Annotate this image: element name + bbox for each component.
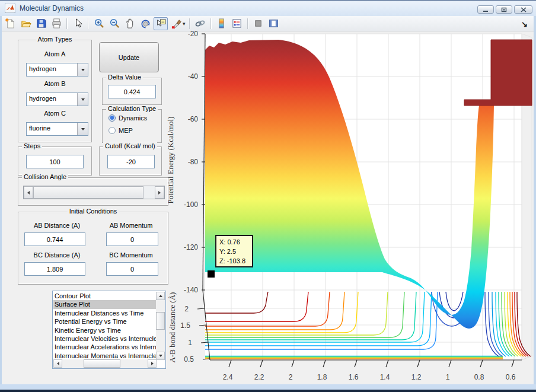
svg-text:1: 1 [446,373,450,381]
cutoff-input[interactable]: -20 [107,155,155,168]
plot-type-listbox[interactable]: Contour PlotSurface PlotInternuclear Dis… [52,291,166,369]
atom-c-select[interactable]: fluorine [26,122,88,136]
delta-value-input[interactable]: 0.424 [108,85,156,98]
vscroll-thumb[interactable] [156,312,165,330]
collision-angle-slider[interactable] [23,186,165,199]
slider-thumb[interactable] [33,186,143,199]
scroll-left-arrow[interactable] [53,359,62,368]
atom-c-label: Atom C [18,110,91,117]
collision-angle-panel: Collision Angle [18,177,168,206]
svg-text:1.5: 1.5 [180,321,190,330]
svg-text:1.6: 1.6 [349,373,359,381]
plot-list-item[interactable]: Potential Energy vs Time [53,317,157,326]
datatip-z: Z: -103.8 [219,256,252,266]
svg-text:2.4: 2.4 [223,373,233,381]
slider-right-arrow[interactable] [155,186,164,199]
svg-text:1.2: 1.2 [411,373,422,381]
panel-title: Delta Value [106,74,143,81]
mep-radio[interactable] [109,127,116,134]
plot-list-item[interactable]: Kinetic Energy vs Time [53,326,157,334]
datatip-marker[interactable] [208,270,215,278]
bc-distance-label: BC Distance (A) [24,251,90,259]
ab-momentum-input[interactable]: 0 [106,232,158,246]
slider-left-arrow[interactable] [24,186,33,199]
svg-text:-20: -20 [188,30,199,38]
bc-distance-input[interactable]: 1.809 [24,262,85,276]
panel-title: Calculation Type [106,105,158,112]
plot-list-item[interactable]: Surface Plot [53,300,157,308]
plot-list-item[interactable]: Contour Plot [53,292,157,300]
chevron-down-icon[interactable] [77,93,88,106]
atom-b-label: Atom B [18,80,91,87]
ab-distance-label: AB Distance (A) [24,222,90,229]
svg-text:-60: -60 [188,115,199,123]
atom-types-panel: Atom Types Atom A hydrogen Atom B hydrog… [18,40,92,142]
svg-text:0.8: 0.8 [474,373,484,381]
svg-text:2.2: 2.2 [254,373,264,381]
steps-panel: Steps 100 [18,146,92,176]
chevron-down-icon[interactable] [77,63,88,76]
window-bottom-border [0,384,536,390]
dynamics-label: Dynamics [119,114,147,122]
plot-list-item[interactable]: Internuclear Velocities vs Internuclear … [53,334,157,343]
initial-conditions-panel: Initial Conditions AB Distance (A) AB Mo… [18,212,168,285]
delta-value-panel: Delta Value 0.424 [102,78,162,105]
svg-text:-120: -120 [184,243,198,251]
slider-track[interactable] [143,186,155,199]
datatip[interactable]: X: 0.76 Y: 2.5 Z: -103.8 [215,235,253,267]
bc-momentum-label: BC Momentum [101,251,161,259]
bc-momentum-input[interactable]: 0 [106,262,158,276]
update-button[interactable]: Update [99,42,159,72]
app-window: Molecular Dynamics ▾ ↘ -20-40-60-80-100-… [0,0,536,392]
listbox-hscrollbar[interactable] [53,359,157,368]
plot-list-item[interactable]: Internuclear Momenta vs Internuclear Dis… [53,352,157,360]
svg-text:2: 2 [289,373,293,381]
steps-input[interactable]: 100 [26,155,84,168]
panel-title: Collision Angle [22,173,68,180]
window-left-border [0,16,2,384]
datatip-y: Y: 2.5 [219,247,252,256]
cutoff-panel: Cutoff (Kcal/ mol) -20 [99,146,162,176]
svg-text:2: 2 [184,305,189,313]
svg-text:-40: -40 [188,72,199,81]
svg-text:-100: -100 [184,200,198,209]
scroll-down-arrow[interactable] [156,352,165,360]
svg-text:1: 1 [188,339,192,347]
plot-list-item[interactable]: Internuclear Distances vs Time [53,309,157,317]
panel-title: Cutoff (Kcal/ mol) [103,142,157,149]
svg-text:0.6: 0.6 [506,373,516,381]
ab-momentum-label: AB Momentum [101,222,161,229]
ab-distance-input[interactable]: 0.744 [24,232,85,246]
panel-title: Initial Conditions [68,208,119,215]
svg-text:-140: -140 [184,286,198,294]
calculation-type-panel: Calculation Type Dynamics MEP [102,109,162,143]
mep-label: MEP [119,127,133,134]
svg-text:A-B bond distance (Å): A-B bond distance (Å) [168,292,177,363]
atom-a-label: Atom A [18,50,91,58]
plot-type-items: Contour PlotSurface PlotInternuclear Dis… [53,292,157,360]
svg-text:-80: -80 [188,158,199,166]
window-bottom-shadow [0,390,536,392]
atom-a-select[interactable]: hydrogen [26,63,88,77]
scroll-up-arrow[interactable] [156,292,165,300]
panel-title: Steps [22,142,42,149]
window-right-border [534,16,536,384]
atom-a-value: hydrogen [27,63,77,76]
hscroll-thumb[interactable] [84,359,120,368]
atom-b-value: hydrogen [27,93,77,106]
atom-c-value: fluorine [27,123,77,135]
svg-text:0.5: 0.5 [184,355,194,364]
svg-text:1.4: 1.4 [380,373,390,381]
datatip-x: X: 0.76 [219,237,252,247]
atom-b-select[interactable]: hydrogen [26,93,88,106]
panel-title: Atom Types [36,36,74,43]
plot-list-item[interactable]: Internuclear Accelerations vs Internucle… [53,343,157,351]
dynamics-radio[interactable] [109,114,116,122]
scroll-right-arrow[interactable] [148,359,157,368]
svg-text:1.8: 1.8 [317,373,327,381]
figure-canvas: -20-40-60-80-100-120-14021.510.52.42.221… [0,31,536,384]
chevron-down-icon[interactable] [77,123,88,135]
listbox-vscrollbar[interactable] [156,292,165,360]
